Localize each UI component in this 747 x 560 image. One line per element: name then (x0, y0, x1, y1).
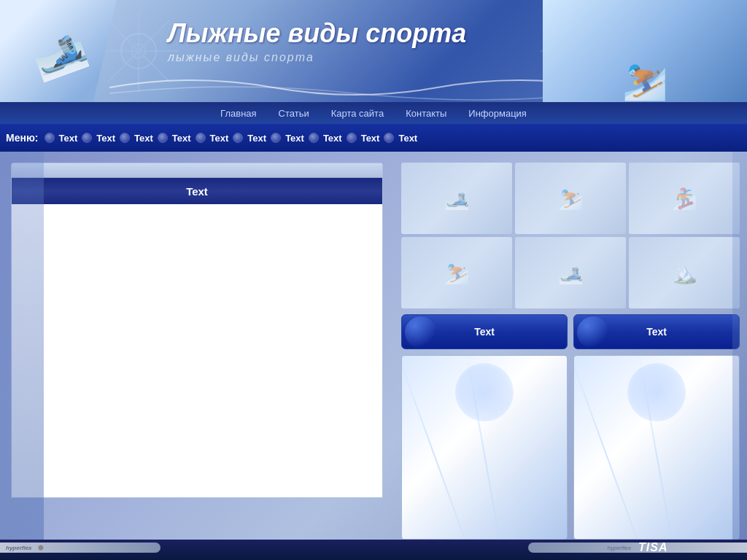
menu-item-8[interactable]: Text (357, 133, 384, 144)
sub-panel-1 (573, 355, 740, 540)
right-panel: 🎿 ⛷️ 🏂 ⛷️ 🎿 🏔️ (394, 152, 747, 540)
nav-home[interactable]: Главная (220, 108, 256, 119)
menubar: Меню: Text Text Text Text Text Text Text… (0, 124, 747, 152)
sub-panels (401, 355, 740, 540)
menu-item-4[interactable]: Text (206, 133, 233, 144)
nav-info[interactable]: Информация (468, 108, 527, 119)
footer: hyperflex ⬤ hyperflex TISA (0, 540, 747, 560)
photo-cell-3: ⛷️ (401, 237, 512, 308)
menu-item-0[interactable]: Text (55, 133, 82, 144)
nav-sitemap[interactable]: Карта сайта (331, 108, 384, 119)
menu-dot-1 (82, 133, 92, 143)
left-panel: Text (0, 152, 394, 540)
site-subtitle: лыжные виды спорта (168, 51, 314, 64)
content-box: Text (11, 163, 383, 498)
content-body (12, 204, 382, 498)
skier-right-image: ⛷️ (543, 0, 747, 102)
menu-item-1[interactable]: Text (92, 133, 120, 144)
menu-dot-0 (44, 133, 55, 143)
footer-logo: TISA (638, 541, 667, 554)
menu-dot-9 (384, 133, 394, 143)
site-title: Лыжные виды спорта (168, 18, 466, 49)
photo-cell-5: 🏔️ (629, 237, 740, 308)
photo-cell-2: 🏂 (629, 163, 740, 234)
header-wave (109, 73, 601, 102)
menu-dot-8 (347, 133, 357, 143)
main-content: Text 🎿 ⛷️ 🏂 ⛷️ (0, 152, 747, 540)
menu-dot-5 (233, 133, 243, 143)
menu-item-5[interactable]: Text (243, 133, 271, 144)
photo-cell-0: 🎿 (401, 163, 512, 234)
menu-item-2[interactable]: Text (130, 133, 158, 144)
content-title-bar: Text (12, 178, 382, 204)
footer-ski-left: hyperflex ⬤ (0, 542, 160, 553)
menu-item-9[interactable]: Text (394, 133, 422, 144)
sub-panel-0 (401, 355, 568, 540)
menu-dot-7 (309, 133, 319, 143)
menu-label: Меню: (6, 132, 39, 144)
photo-cell-1: ⛷️ (515, 163, 626, 234)
footer-brand-right: hyperflex (608, 545, 631, 551)
menu-item-3[interactable]: Text (168, 133, 196, 144)
header: 🎿 Лыжные виды спорта лыжные виды спорта … (0, 0, 747, 102)
photo-cell-4: 🎿 (515, 237, 626, 308)
nav-contacts[interactable]: Контакты (406, 108, 446, 119)
content-title: Text (186, 185, 208, 198)
menu-dot-4 (196, 133, 206, 143)
action-button-0[interactable]: Text (401, 314, 568, 349)
menu-item-6[interactable]: Text (281, 133, 309, 144)
nav-articles[interactable]: Статьи (279, 108, 309, 119)
action-button-1-label: Text (646, 326, 667, 338)
footer-brand-left: hyperflex (6, 545, 32, 551)
menu-dot-3 (158, 133, 168, 143)
navbar: Главная Статьи Карта сайта Контакты Инфо… (0, 102, 747, 124)
button-row: Text Text (401, 314, 740, 349)
content-header-bar (12, 163, 382, 178)
photo-grid: 🎿 ⛷️ 🏂 ⛷️ 🎿 🏔️ (401, 163, 740, 308)
menu-item-7[interactable]: Text (319, 133, 347, 144)
menu-dot-2 (120, 133, 130, 143)
menu-dot-6 (271, 133, 281, 143)
action-button-0-label: Text (474, 326, 495, 338)
action-button-1[interactable]: Text (573, 314, 740, 349)
footer-ski-right: hyperflex TISA (528, 542, 747, 553)
